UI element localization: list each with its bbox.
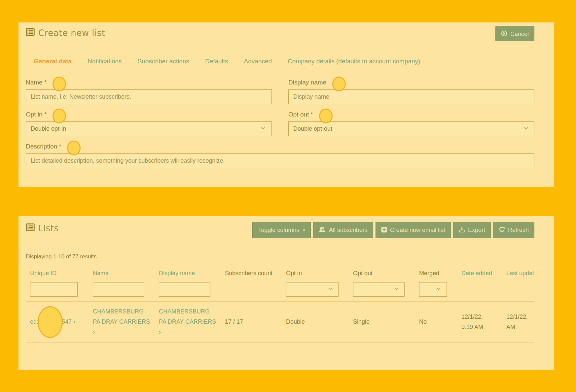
plus-square-icon: [381, 227, 387, 234]
redaction-circle: [319, 109, 333, 123]
page-background: { "colors": { "background": "#fcbb02", "…: [0, 0, 576, 392]
lists-panel-title-text: Lists: [38, 223, 59, 233]
caret-down-icon: ▾: [303, 228, 305, 232]
cell-unique-id[interactable]: eq1n547 ›: [26, 312, 89, 332]
create-new-email-list-button[interactable]: Create new email list: [376, 222, 451, 238]
display-name-field-group: Display name: [288, 79, 534, 104]
cell-opt-in: Double: [282, 312, 349, 332]
name-input[interactable]: [26, 89, 272, 104]
opt-out-label: Opt out *: [288, 111, 534, 120]
all-subscribers-label: All subscribers: [329, 227, 368, 233]
description-label: Description *: [26, 143, 534, 152]
name-label: Name *: [26, 79, 272, 88]
column-header-name[interactable]: Name: [89, 260, 155, 279]
cell-opt-out: Single: [349, 312, 415, 332]
opt-in-label: Opt in *: [26, 111, 272, 120]
filter-name-input[interactable]: [93, 282, 144, 297]
create-new-email-list-label: Create new email list: [390, 227, 445, 233]
opt-in-field-group: Opt in * Double opt-in: [26, 111, 272, 136]
tab-defaults[interactable]: Defaults: [205, 58, 228, 65]
column-header-unique-id[interactable]: Unique ID: [26, 260, 89, 279]
toggle-columns-button[interactable]: Toggle columns ▾: [252, 222, 311, 238]
column-header-subscribers-count: Subscribers count: [221, 260, 282, 279]
tab-notifications[interactable]: Notifications: [88, 58, 122, 65]
column-header-display-name[interactable]: Display name: [155, 260, 221, 279]
filter-display-name-input[interactable]: [159, 282, 210, 297]
opt-out-selected-value: Double opt-out: [293, 125, 332, 132]
table-row: eq1n547 › CHAMBERSBURG PA DRAY CARRIERS …: [26, 301, 534, 343]
filter-empty-cell: [221, 279, 282, 301]
create-list-form: Name * Display name Opt in * Double opt-…: [18, 79, 554, 168]
redaction-circle: [53, 77, 66, 91]
lists-panel-header: Lists Toggle columns ▾ All subscribers: [18, 216, 554, 238]
filter-opt-out-select[interactable]: [353, 282, 405, 297]
export-button[interactable]: Export: [453, 222, 491, 238]
export-label: Export: [468, 227, 485, 233]
filter-empty-cell: [457, 279, 502, 301]
chevron-down-icon: [393, 285, 400, 294]
opt-out-select[interactable]: Double opt-out: [288, 121, 534, 136]
chevron-down-icon: [522, 124, 529, 133]
column-header-merged: Merged: [415, 260, 457, 279]
redaction-circle: [332, 77, 346, 91]
list-alt-icon: [26, 223, 35, 234]
chevron-down-icon: [260, 124, 267, 133]
filter-merged-select[interactable]: [419, 282, 447, 297]
filter-opt-in-select[interactable]: [286, 282, 339, 297]
cancel-button[interactable]: Cancel: [495, 26, 534, 41]
cancel-circle-x-icon: [501, 30, 507, 38]
refresh-icon: [499, 226, 505, 234]
description-field-group: Description *: [26, 143, 534, 168]
opt-in-selected-value: Double opt-in: [31, 125, 66, 132]
refresh-label: Refresh: [508, 227, 529, 233]
users-icon: [319, 226, 326, 234]
lists-table: Unique ID Name Display name Subscribers …: [26, 260, 534, 343]
create-panel-header: Create new list Cancel: [18, 22, 554, 41]
tab-company-details[interactable]: Company details (defaults to account com…: [288, 58, 420, 65]
tab-general-data[interactable]: General data: [34, 58, 72, 65]
filter-empty-cell: [502, 279, 534, 301]
create-list-tabs: General data Notifications Subscriber ac…: [18, 58, 554, 65]
redaction-circle: [38, 306, 63, 338]
export-download-icon: [459, 226, 465, 234]
results-summary: Displaying 1-10 of 77 results.: [26, 253, 554, 260]
cancel-button-label: Cancel: [510, 31, 529, 37]
required-asterisk: *: [310, 111, 313, 118]
column-header-opt-out: Opt out: [349, 260, 415, 279]
chevron-down-icon: [327, 285, 334, 294]
opt-out-field-group: Opt out * Double opt-out: [288, 111, 534, 136]
create-panel-title: Create new list: [26, 28, 105, 38]
table-filter-row: [26, 279, 534, 301]
filter-unique-id-input[interactable]: [30, 282, 78, 297]
display-name-input[interactable]: [288, 89, 534, 104]
cell-merged: No: [415, 312, 457, 332]
create-panel-title-text: Create new list: [38, 28, 105, 38]
display-name-label: Display name: [288, 79, 534, 88]
link-arrow: ›: [93, 329, 95, 335]
column-header-opt-in: Opt in: [282, 260, 349, 279]
chevron-down-icon: [435, 285, 442, 294]
cell-name[interactable]: CHAMBERSBURG PA DRAY CARRIERS ›: [89, 302, 155, 342]
name-field-group: Name *: [26, 79, 272, 104]
cell-last-updated: 12/1/22, AM: [502, 307, 534, 337]
required-asterisk: *: [44, 111, 47, 118]
cell-display-name[interactable]: CHAMBERSBURG PA DRAY CARRIERS ›: [155, 302, 221, 342]
tab-subscriber-actions[interactable]: Subscriber actions: [138, 58, 189, 65]
table-header-row: Unique ID Name Display name Subscribers …: [26, 260, 534, 279]
column-header-date-added[interactable]: Date added: [457, 260, 502, 279]
cell-subscribers-count: 17 / 17: [221, 312, 282, 332]
tab-advanced[interactable]: Advanced: [244, 58, 272, 65]
all-subscribers-button[interactable]: All subscribers: [313, 222, 373, 238]
column-header-last-updated[interactable]: Last updated: [502, 260, 534, 279]
toggle-columns-label: Toggle columns: [258, 227, 299, 233]
create-list-panel: Create new list Cancel General data Noti…: [18, 22, 554, 187]
link-arrow: ›: [73, 318, 75, 325]
description-input[interactable]: [26, 153, 534, 168]
cell-date-added: 12/1/22, 9:19 AM: [457, 307, 502, 337]
refresh-button[interactable]: Refresh: [493, 222, 534, 238]
opt-in-select[interactable]: Double opt-in: [26, 121, 272, 136]
lists-panel-title: Lists: [26, 223, 59, 234]
redaction-circle: [53, 109, 66, 123]
required-asterisk: *: [59, 143, 61, 150]
list-alt-icon: [26, 28, 35, 38]
